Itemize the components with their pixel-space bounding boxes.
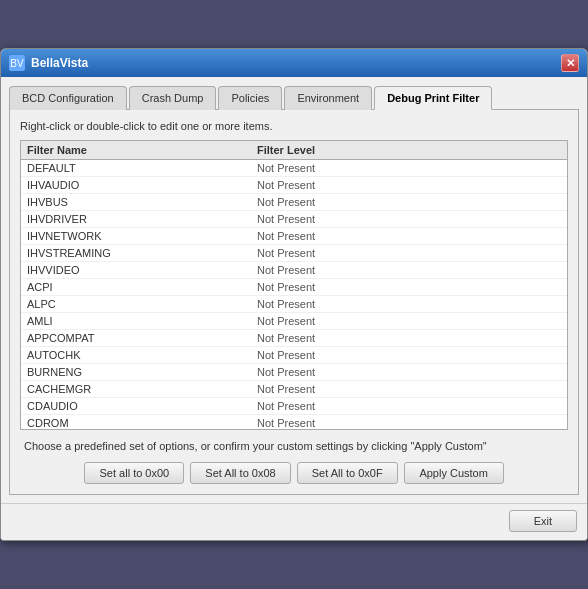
main-window: BV BellaVista ✕ BCD Configuration Crash …	[0, 48, 588, 541]
filter-level: Not Present	[257, 196, 561, 208]
filter-level: Not Present	[257, 179, 561, 191]
filter-name: CDROM	[27, 417, 257, 429]
filter-level: Not Present	[257, 298, 561, 310]
window-body: BCD Configuration Crash Dump Policies En…	[1, 77, 587, 503]
tab-bar: BCD Configuration Crash Dump Policies En…	[9, 85, 579, 110]
list-item[interactable]: IHVAUDIO Not Present	[21, 177, 567, 194]
filter-level: Not Present	[257, 400, 561, 412]
set-all-0x08-button[interactable]: Set All to 0x08	[190, 462, 290, 484]
filter-name: ALPC	[27, 298, 257, 310]
list-item[interactable]: IHVSTREAMING Not Present	[21, 245, 567, 262]
app-icon: BV	[9, 55, 25, 71]
list-header: Filter Name Filter Level	[21, 141, 567, 160]
list-item[interactable]: IHVBUS Not Present	[21, 194, 567, 211]
action-buttons: Set all to 0x00 Set All to 0x08 Set All …	[20, 462, 568, 484]
filter-level: Not Present	[257, 247, 561, 259]
filter-level: Not Present	[257, 332, 561, 344]
filter-name: IHVVIDEO	[27, 264, 257, 276]
filter-name: ACPI	[27, 281, 257, 293]
filter-name: IHVDRIVER	[27, 213, 257, 225]
list-item[interactable]: ALPC Not Present	[21, 296, 567, 313]
list-item[interactable]: DEFAULT Not Present	[21, 160, 567, 177]
list-item[interactable]: AUTOCHK Not Present	[21, 347, 567, 364]
filter-level: Not Present	[257, 281, 561, 293]
filter-name: CDAUDIO	[27, 400, 257, 412]
set-all-0x00-button[interactable]: Set all to 0x00	[84, 462, 184, 484]
filter-name: BURNENG	[27, 366, 257, 378]
filter-level: Not Present	[257, 162, 561, 174]
tab-bcd-configuration[interactable]: BCD Configuration	[9, 86, 127, 110]
title-bar: BV BellaVista ✕	[1, 49, 587, 77]
tab-debug-print-filter[interactable]: Debug Print Filter	[374, 86, 492, 110]
list-item[interactable]: CACHEMGR Not Present	[21, 381, 567, 398]
instruction-text: Right-click or double-click to edit one …	[20, 120, 568, 132]
filter-name: DEFAULT	[27, 162, 257, 174]
list-item[interactable]: IHVNETWORK Not Present	[21, 228, 567, 245]
filter-name: APPCOMPAT	[27, 332, 257, 344]
filter-list[interactable]: Filter Name Filter Level DEFAULT Not Pre…	[20, 140, 568, 430]
filter-name: AUTOCHK	[27, 349, 257, 361]
column-header-name: Filter Name	[27, 144, 257, 156]
column-header-level: Filter Level	[257, 144, 561, 156]
filter-level: Not Present	[257, 366, 561, 378]
filter-name: IHVNETWORK	[27, 230, 257, 242]
filter-level: Not Present	[257, 213, 561, 225]
filter-level: Not Present	[257, 349, 561, 361]
list-item[interactable]: BURNENG Not Present	[21, 364, 567, 381]
exit-button[interactable]: Exit	[509, 510, 577, 532]
footer: Exit	[1, 503, 587, 540]
filter-name: AMLI	[27, 315, 257, 327]
tab-policies[interactable]: Policies	[218, 86, 282, 110]
window-title: BellaVista	[31, 56, 88, 70]
list-item[interactable]: IHVVIDEO Not Present	[21, 262, 567, 279]
filter-level: Not Present	[257, 264, 561, 276]
filter-level: Not Present	[257, 383, 561, 395]
filter-level: Not Present	[257, 315, 561, 327]
apply-custom-button[interactable]: Apply Custom	[404, 462, 504, 484]
title-bar-left: BV BellaVista	[9, 55, 88, 71]
list-item[interactable]: CDAUDIO Not Present	[21, 398, 567, 415]
close-button[interactable]: ✕	[561, 54, 579, 72]
tab-panel: Right-click or double-click to edit one …	[9, 110, 579, 495]
list-item[interactable]: ACPI Not Present	[21, 279, 567, 296]
filter-level: Not Present	[257, 230, 561, 242]
list-item[interactable]: CDROM Not Present	[21, 415, 567, 430]
bottom-info: Choose a predefined set of options, or c…	[20, 438, 568, 454]
filter-level: Not Present	[257, 417, 561, 429]
set-all-0x0f-button[interactable]: Set All to 0x0F	[297, 462, 398, 484]
list-item[interactable]: IHVDRIVER Not Present	[21, 211, 567, 228]
tab-environment[interactable]: Environment	[284, 86, 372, 110]
filter-name: IHVSTREAMING	[27, 247, 257, 259]
title-buttons: ✕	[561, 54, 579, 72]
list-item[interactable]: AMLI Not Present	[21, 313, 567, 330]
filter-name: IHVAUDIO	[27, 179, 257, 191]
list-item[interactable]: APPCOMPAT Not Present	[21, 330, 567, 347]
tab-crash-dump[interactable]: Crash Dump	[129, 86, 217, 110]
filter-name: CACHEMGR	[27, 383, 257, 395]
list-rows: DEFAULT Not Present IHVAUDIO Not Present…	[21, 160, 567, 430]
filter-name: IHVBUS	[27, 196, 257, 208]
